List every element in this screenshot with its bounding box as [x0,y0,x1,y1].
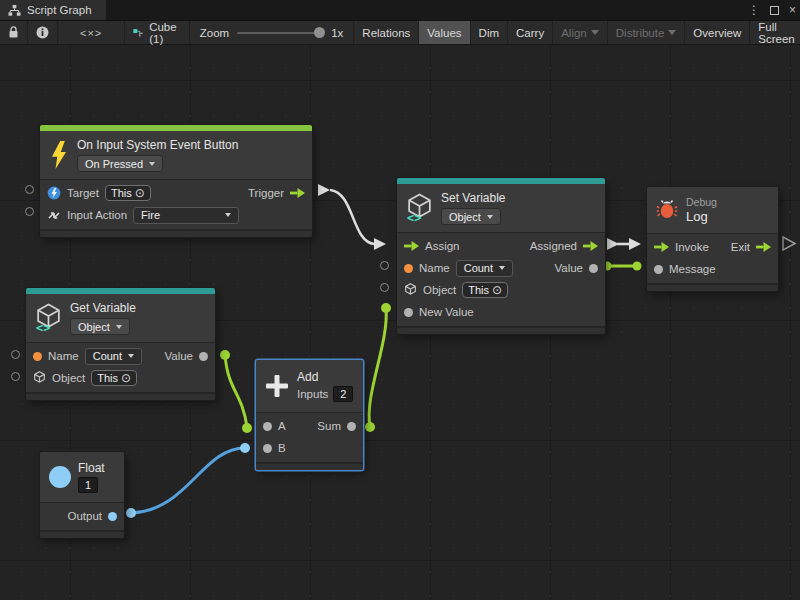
node-category: Debug [686,196,717,208]
wire-port-dot[interactable] [365,422,375,432]
chevron-down-icon [149,162,155,166]
zoom-label: Zoom [200,27,229,39]
graph-hierarchy-icon [8,4,21,17]
get-name-side-port[interactable] [11,350,20,359]
value-wire-float-to-b [131,448,245,513]
event-mode-dropdown[interactable]: On Pressed [77,155,163,172]
window-menu-icon[interactable]: ⋮ [748,3,760,17]
b-input-port[interactable] [263,444,272,453]
window-maximize-icon[interactable] [770,6,779,15]
toolbar-button-overview[interactable]: Overview [685,21,750,44]
wire-port-dot[interactable] [240,443,250,453]
variable-cube-icon: <> [35,303,62,333]
value-output-port[interactable] [589,264,598,273]
assigned-output-port[interactable] [583,241,598,251]
svg-text:<>: <> [407,211,421,223]
zoom-slider-handle[interactable] [314,27,325,38]
output-port[interactable] [108,512,117,521]
toolbar-button-relations[interactable]: Relations [353,21,419,44]
wire-port-dot[interactable] [242,423,252,433]
node-debug-log[interactable]: Debug Log Invoke Exit Message [647,187,778,291]
graph-reference[interactable]: Cube (1) [125,21,190,44]
node-title: On Input System Event Button [77,138,238,152]
svg-text:<>: <> [36,321,50,333]
node-float[interactable]: Float 1 Output [40,452,124,538]
assign-input-port[interactable] [404,241,419,251]
variable-name-dropdown[interactable]: Count [456,260,513,277]
toolbar-button-dim[interactable]: Dim [471,21,508,44]
float-type-icon [49,466,71,488]
bug-icon [656,199,678,221]
graph-canvas[interactable]: On Input System Event Button On Pressed … [0,45,800,600]
exec-wire-start-arrow [318,184,330,196]
wire-port-dot[interactable] [381,303,391,313]
node-title: Float [78,461,105,475]
wire-port-dot[interactable] [126,508,136,518]
toolbar-button-carry[interactable]: Carry [508,21,553,44]
object-cube-icon [404,283,417,297]
value-output-port[interactable] [199,352,208,361]
toolbar-button-fullscreen[interactable]: Full Screen [750,21,800,44]
exit-connection-stub[interactable] [783,237,795,250]
name-input-port[interactable] [33,352,42,361]
set-name-side-port[interactable] [380,261,389,270]
lock-button[interactable] [0,21,28,44]
node-set-variable[interactable]: <> Set Variable Object Assign Assigned [397,178,605,334]
toolbar-button-align[interactable]: Align [553,21,608,44]
new-value-input-port[interactable] [404,308,413,317]
set-variable-kind-dropdown[interactable]: Object [441,208,501,225]
get-variable-kind-dropdown[interactable]: Object [70,318,130,335]
window-close-icon[interactable]: × [789,3,796,17]
chevron-down-icon [499,266,505,270]
exec-wire-end-arrow [374,238,386,250]
chevron-down-icon [128,354,134,358]
exec-wire-event-to-set [330,190,374,244]
info-button[interactable] [28,21,58,44]
lightning-bolt-icon [49,141,69,169]
exit-output-port[interactable] [756,242,771,252]
invoke-input-port[interactable] [654,242,669,252]
node-title: Set Variable [441,191,505,205]
target-this-chip[interactable]: This ⊙ [105,185,151,201]
target-icon: ⊙ [121,372,131,384]
graph-reference-label: Cube (1) [149,21,181,45]
zoom-value: 1x [331,27,343,39]
variable-name-dropdown[interactable]: Count [85,348,142,365]
code-view-button[interactable]: <×> [58,21,125,44]
node-title: Add [297,370,318,384]
target-icon: ⊙ [135,187,145,199]
node-add[interactable]: Add Inputs 2 A Sum B [256,360,363,470]
input-action-icon [47,209,61,222]
toolbar-button-distribute[interactable]: Distribute [608,21,686,44]
zoom-control: Zoom 1x [190,21,354,44]
get-object-side-port[interactable] [11,372,20,381]
wire-port-dot[interactable] [220,350,230,360]
add-inputs-count-field[interactable]: 2 [333,386,353,402]
event-target-side-port[interactable] [25,185,34,194]
message-input-port[interactable] [654,265,663,274]
graph-toolbar: <×> Cube (1) Zoom 1x Relations Values Di… [0,20,800,45]
object-cube-icon [33,371,46,385]
node-on-input-system-event[interactable]: On Input System Event Button On Pressed … [40,125,312,237]
tab-title: Script Graph [27,4,92,16]
toolbar-button-values[interactable]: Values [419,21,470,44]
name-input-port[interactable] [404,264,413,273]
set-object-side-port[interactable] [380,283,389,292]
tab-script-graph[interactable]: Script Graph [0,0,106,20]
sum-output-port[interactable] [347,422,356,431]
input-action-dropdown[interactable]: Fire [133,207,239,224]
chevron-down-icon [591,30,599,35]
node-get-variable[interactable]: <> Get Variable Object Name Count Value [26,288,215,400]
info-icon [36,26,49,39]
trigger-output-port[interactable] [290,188,305,198]
object-this-chip[interactable]: This ⊙ [462,282,508,298]
zoom-slider[interactable] [237,32,323,34]
window-tab-bar: Script Graph ⋮ × [0,0,800,20]
node-footer [26,392,215,400]
a-input-port[interactable] [263,422,272,431]
float-value-field[interactable]: 1 [78,477,98,493]
object-this-chip[interactable]: This ⊙ [91,370,137,386]
chevron-down-icon [487,215,493,219]
event-action-side-port[interactable] [25,207,34,216]
wire-port-dot[interactable] [633,262,642,271]
